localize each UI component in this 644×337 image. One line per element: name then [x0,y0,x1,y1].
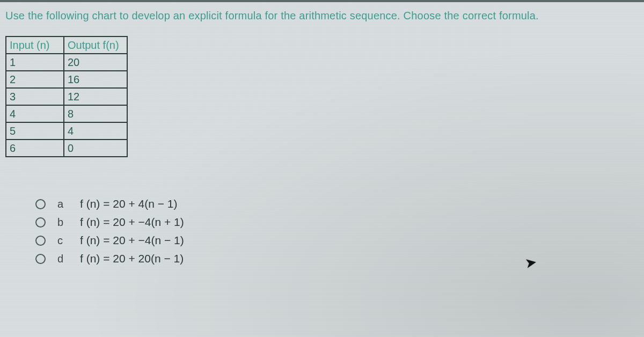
option-formula: f (n) = 20 + 4(n − 1) [80,197,178,210]
option-formula: f (n) = 20 + 20(n − 1) [80,252,184,265]
answer-options: a f (n) = 20 + 4(n − 1) b f (n) = 20 + −… [35,195,639,268]
sequence-table: Input (n) Output f(n) 1 20 2 16 3 12 4 8… [5,36,128,157]
option-d-row[interactable]: d f (n) = 20 + 20(n − 1) [35,250,639,268]
option-formula: f (n) = 20 + −4(n + 1) [80,216,184,229]
cell-output: 20 [64,54,127,71]
cell-input: 4 [6,105,64,122]
cell-output: 12 [64,88,127,105]
table-row: 1 20 [6,54,127,71]
cell-input: 6 [6,140,64,157]
radio-c[interactable] [35,236,46,246]
option-b-row[interactable]: b f (n) = 20 + −4(n + 1) [35,213,639,231]
option-letter: d [57,253,80,265]
question-text: Use the following chart to develop an ex… [5,10,639,22]
cell-output: 16 [64,71,127,88]
cell-input: 1 [6,54,64,71]
table-row: 4 8 [6,105,127,122]
option-letter: b [57,216,80,229]
cell-output: 4 [64,122,127,140]
radio-d[interactable] [35,254,46,264]
table-row: 5 4 [6,122,127,140]
cell-output: 0 [64,140,127,157]
cell-input: 2 [6,71,64,88]
table-row: 2 16 [6,71,127,88]
cell-input: 5 [6,122,64,140]
cell-output: 8 [64,105,127,122]
radio-a[interactable] [35,199,46,209]
radio-b[interactable] [35,217,46,228]
option-a-row[interactable]: a f (n) = 20 + 4(n − 1) [35,195,639,213]
option-letter: c [57,235,80,247]
cell-input: 3 [6,88,64,105]
option-letter: a [57,198,80,210]
table-header-output: Output f(n) [64,36,127,54]
option-formula: f (n) = 20 + −4(n − 1) [80,234,184,247]
option-c-row[interactable]: c f (n) = 20 + −4(n − 1) [35,231,639,250]
table-header-input: Input (n) [6,36,64,54]
table-row: 6 0 [6,140,127,157]
table-row: 3 12 [6,88,127,105]
